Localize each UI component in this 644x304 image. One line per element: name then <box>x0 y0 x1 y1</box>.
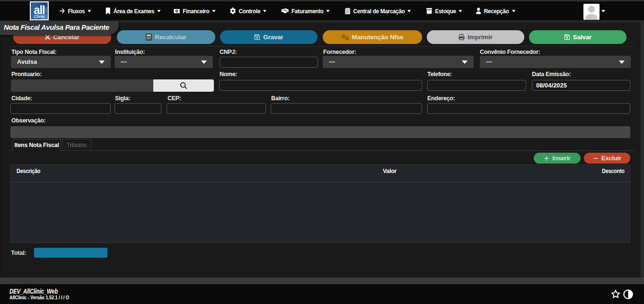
svg-text:Clinic: Clinic <box>34 14 45 19</box>
